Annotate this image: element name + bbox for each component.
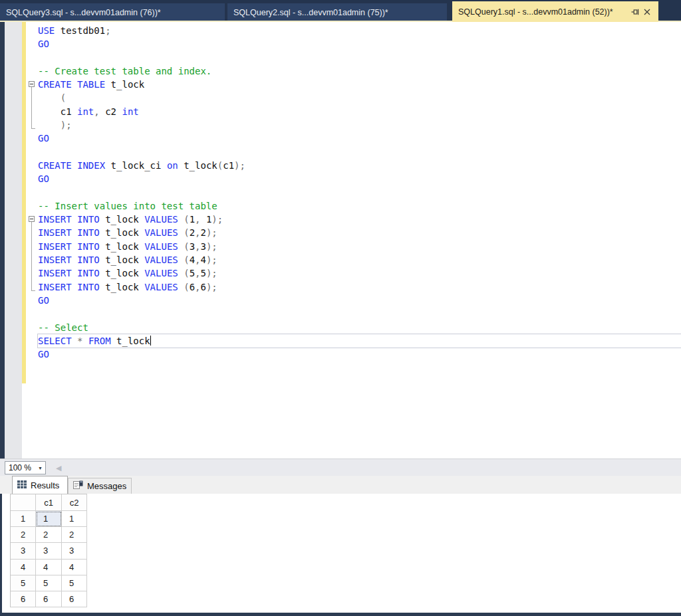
results-grid: c1c2111222333444555666 bbox=[10, 494, 87, 607]
tab-sqlquery2[interactable]: SQLQuery2.sql - s...devvm01admin (75))* bbox=[227, 3, 447, 22]
tab-sqlquery3[interactable]: SQLQuery3.sql - s...devvm01admin (76))* bbox=[0, 3, 225, 22]
code-line[interactable]: INSERT INTO t_lock VALUES (2,2); bbox=[38, 226, 681, 239]
results-pane-tab-bar: Results Messages bbox=[0, 476, 681, 494]
messages-icon bbox=[73, 480, 83, 492]
grid-cell[interactable]: 6 bbox=[36, 591, 62, 607]
code-line[interactable]: ( bbox=[38, 91, 681, 104]
ssms-query-window: SQLQuery3.sql - s...devvm01admin (76))* … bbox=[0, 0, 681, 616]
code-line[interactable]: INSERT INTO t_lock VALUES (5,5); bbox=[38, 266, 681, 280]
window-left-edge bbox=[0, 22, 5, 476]
code-line[interactable]: GO bbox=[38, 37, 681, 51]
code-line[interactable]: -- Insert values into test table bbox=[38, 199, 681, 213]
sql-editor[interactable]: USE testdb01;GO-- Create test table and … bbox=[0, 22, 681, 459]
tab-label: SQLQuery1.sql - s...devvm01admin (52))* bbox=[458, 7, 628, 17]
grid-cell[interactable]: 3 bbox=[36, 543, 62, 559]
editor-zoom-scrollbar: 100 % ▼ ◀ bbox=[0, 459, 681, 476]
close-icon[interactable] bbox=[642, 7, 652, 17]
grid-cell[interactable]: 3 bbox=[62, 543, 87, 559]
scroll-left-arrow-icon[interactable]: ◀ bbox=[56, 462, 61, 473]
code-line[interactable]: INSERT INTO t_lock VALUES (6,6); bbox=[38, 280, 681, 294]
code-line[interactable]: GO bbox=[38, 348, 681, 361]
grid-cell[interactable]: 2 bbox=[62, 527, 87, 543]
tab-messages[interactable]: Messages bbox=[68, 478, 132, 494]
grid-corner-header[interactable] bbox=[11, 494, 36, 511]
window-bottom-edge bbox=[0, 613, 681, 616]
code-line[interactable]: -- Create test table and index. bbox=[38, 64, 681, 78]
grid-row-header[interactable]: 6 bbox=[11, 591, 36, 607]
tab-results-label: Results bbox=[31, 480, 59, 490]
fold-collapse-icon[interactable] bbox=[29, 216, 35, 222]
grid-cell[interactable]: 1 bbox=[62, 511, 87, 527]
zoom-level-value: 100 % bbox=[5, 463, 35, 472]
grid-cell-selected[interactable]: 1 bbox=[36, 511, 62, 527]
grid-cell[interactable]: 5 bbox=[62, 575, 87, 591]
grid-cell[interactable]: 4 bbox=[62, 560, 87, 575]
fold-region-line bbox=[31, 87, 32, 128]
code-line[interactable] bbox=[38, 186, 681, 199]
code-line[interactable]: -- Select bbox=[38, 321, 681, 334]
tab-sqlquery1-active[interactable]: SQLQuery1.sql - s...devvm01admin (52))* bbox=[452, 1, 658, 22]
code-line[interactable]: INSERT INTO t_lock VALUES (3,3); bbox=[38, 240, 681, 253]
grid-column-header[interactable]: c1 bbox=[36, 494, 62, 511]
grid-cell[interactable]: 4 bbox=[36, 560, 62, 575]
code-line[interactable] bbox=[38, 51, 681, 64]
fold-region-end bbox=[31, 128, 35, 129]
grid-row-header[interactable]: 1 bbox=[11, 511, 36, 527]
grid-row-header[interactable]: 4 bbox=[11, 560, 36, 575]
results-grid-icon bbox=[17, 480, 27, 490]
grid-row-header[interactable]: 3 bbox=[11, 543, 36, 559]
tab-label: SQLQuery2.sql - s...devvm01admin (75))* bbox=[233, 8, 388, 17]
window-left-edge-lower bbox=[0, 476, 2, 613]
code-line[interactable]: INSERT INTO t_lock VALUES (4,4); bbox=[38, 253, 681, 266]
code-line[interactable]: USE testdb01; bbox=[38, 24, 681, 37]
grid-cell[interactable]: 6 bbox=[62, 591, 87, 607]
text-caret bbox=[150, 336, 151, 346]
fold-region-line bbox=[31, 222, 32, 290]
code-line[interactable]: GO bbox=[38, 132, 681, 145]
document-tab-bar: SQLQuery3.sql - s...devvm01admin (76))* … bbox=[0, 0, 681, 22]
code-line[interactable]: INSERT INTO t_lock VALUES (1, 1); bbox=[38, 213, 681, 226]
code-line[interactable]: ); bbox=[38, 118, 681, 132]
tab-results[interactable]: Results bbox=[12, 476, 68, 494]
tab-label: SQLQuery3.sql - s...devvm01admin (76))* bbox=[6, 8, 161, 17]
grid-cell[interactable]: 2 bbox=[36, 527, 62, 543]
zoom-level-combo[interactable]: 100 % ▼ bbox=[5, 461, 46, 474]
grid-row-header[interactable]: 5 bbox=[11, 575, 36, 591]
fold-region-end bbox=[31, 290, 35, 291]
tab-messages-label: Messages bbox=[87, 481, 126, 491]
chevron-down-icon[interactable]: ▼ bbox=[35, 466, 45, 470]
code-line[interactable] bbox=[38, 307, 681, 320]
grid-cell[interactable]: 5 bbox=[36, 575, 62, 591]
code-line[interactable]: CREATE TABLE t_lock bbox=[38, 78, 681, 91]
code-line[interactable]: GO bbox=[38, 294, 681, 307]
code-line[interactable]: CREATE INDEX t_lock_ci on t_lock(c1); bbox=[38, 159, 681, 172]
pin-icon[interactable] bbox=[630, 7, 640, 17]
code-line[interactable]: GO bbox=[38, 172, 681, 185]
code-line[interactable]: SELECT * FROM t_lock bbox=[38, 334, 681, 348]
grid-column-header[interactable]: c2 bbox=[62, 494, 87, 511]
fold-collapse-icon[interactable] bbox=[29, 81, 35, 87]
grid-row-header[interactable]: 2 bbox=[11, 527, 36, 543]
code-line[interactable]: c1 int, c2 int bbox=[38, 105, 681, 118]
code-line[interactable] bbox=[38, 146, 681, 159]
code-lines: USE testdb01;GO-- Create test table and … bbox=[0, 24, 681, 361]
